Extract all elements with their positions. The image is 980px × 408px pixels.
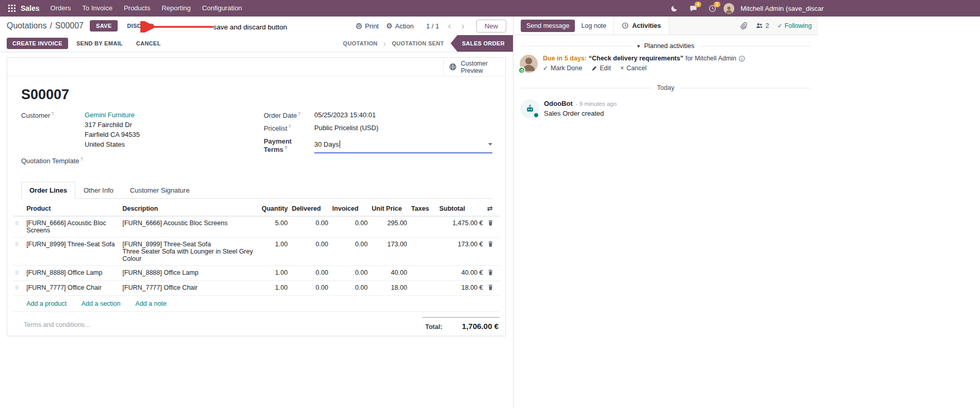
cell-description[interactable]: [FURN_6666] Acoustic Bloc Screens — [120, 216, 260, 238]
user-menu[interactable]: Mitchell Admin (save_discar — [737, 5, 976, 12]
app-name[interactable]: Sales — [20, 4, 45, 12]
following-button[interactable]: ✓ Following — [777, 22, 812, 29]
order-date-label: Order Date? — [264, 111, 314, 119]
optional-columns-icon[interactable]: ⇄ — [487, 205, 493, 212]
mark-done-button[interactable]: ✓ Mark Done — [543, 65, 582, 72]
add-note-link[interactable]: Add a note — [135, 300, 166, 307]
action-menu-button[interactable]: ⚙ Action — [386, 22, 414, 30]
log-note-button[interactable]: Log note — [581, 22, 606, 29]
stage-quotation-sent[interactable]: QUOTATION SENT — [385, 35, 451, 52]
attachments-icon[interactable] — [740, 22, 747, 29]
cell-description[interactable]: [FURN_7777] Office Chair — [120, 281, 260, 296]
user-avatar[interactable] — [724, 3, 734, 14]
col-description[interactable]: Description — [120, 201, 260, 216]
customer-link[interactable]: Gemini Furniture — [85, 111, 135, 119]
new-button[interactable]: New — [476, 20, 506, 33]
cancel-button[interactable]: CANCEL — [131, 38, 166, 49]
col-product[interactable]: Product — [24, 201, 120, 216]
cell-quantity[interactable]: 1.00 — [260, 266, 290, 281]
table-row[interactable]: ⠿ [FURN_8999] Three-Seat Sofa [FURN_8999… — [13, 238, 500, 266]
cell-product[interactable]: [FURN_6666] Acoustic Bloc Screens — [24, 216, 120, 238]
table-row[interactable]: ⠿ [FURN_8888] Office Lamp [FURN_8888] Of… — [13, 266, 500, 281]
col-subtotal[interactable]: Subtotal — [437, 201, 485, 216]
menu-orders[interactable]: Orders — [45, 0, 77, 17]
stage-sales-order[interactable]: SALES ORDER — [451, 35, 513, 52]
delete-row-icon[interactable] — [487, 269, 494, 276]
table-row[interactable]: ⠿ [FURN_7777] Office Chair [FURN_7777] O… — [13, 281, 500, 296]
cell-unit-price[interactable]: 173.00 — [369, 238, 409, 266]
cell-quantity[interactable]: 1.00 — [260, 238, 290, 266]
drag-handle-icon[interactable]: ⠿ — [15, 270, 19, 276]
order-date-field[interactable]: 05/25/2023 15:40:01 — [314, 111, 376, 119]
caret-down-icon: ▾ — [637, 43, 640, 50]
message-author[interactable]: OdooBot — [544, 100, 573, 107]
cell-description[interactable]: [FURN_8999] Three-Seat Sofa Three Seater… — [120, 238, 260, 266]
discard-button[interactable]: DISCARD — [122, 21, 159, 31]
dark-mode-moon-icon[interactable] — [667, 0, 682, 17]
add-product-link[interactable]: Add a product — [26, 300, 67, 307]
create-invoice-button[interactable]: CREATE INVOICE — [7, 38, 68, 49]
activity-user-avatar[interactable] — [520, 55, 538, 73]
stage-quotation[interactable]: QUOTATION — [336, 35, 384, 52]
send-by-email-button[interactable]: SEND BY EMAIL — [71, 38, 128, 49]
cell-product[interactable]: [FURN_8999] Three-Seat Sofa — [24, 238, 120, 266]
help-marker: ? — [284, 145, 287, 150]
delete-row-icon[interactable] — [487, 284, 494, 291]
followers-button[interactable]: 2 — [756, 22, 769, 29]
cell-quantity[interactable]: 5.00 — [260, 216, 290, 238]
col-invoiced[interactable]: Invoiced — [330, 201, 369, 216]
menu-configuration[interactable]: Configuration — [197, 0, 248, 17]
cell-taxes[interactable] — [409, 216, 437, 238]
followers-count: 2 — [765, 22, 769, 29]
menu-reporting[interactable]: Reporting — [156, 0, 196, 17]
menu-to-invoice[interactable]: To Invoice — [76, 0, 118, 17]
col-taxes[interactable]: Taxes — [409, 201, 437, 216]
print-button[interactable]: Print — [356, 22, 379, 30]
cell-product[interactable]: [FURN_8888] Office Lamp — [24, 266, 120, 281]
tab-other-info[interactable]: Other Info — [75, 182, 122, 199]
col-delivered[interactable]: Delivered — [290, 201, 330, 216]
tab-customer-signature[interactable]: Customer Signature — [122, 182, 198, 199]
cell-unit-price[interactable]: 18.00 — [369, 281, 409, 296]
cell-taxes[interactable] — [409, 266, 437, 281]
delete-row-icon[interactable] — [487, 241, 494, 247]
cell-quantity[interactable]: 1.00 — [260, 281, 290, 296]
odoobot-avatar[interactable] — [521, 100, 539, 118]
dropdown-caret-icon[interactable] — [488, 143, 492, 146]
cell-taxes[interactable] — [409, 238, 437, 266]
cancel-activity-button[interactable]: × Cancel — [620, 65, 647, 72]
drag-handle-icon[interactable]: ⠿ — [15, 285, 19, 291]
save-button[interactable]: SAVE — [90, 20, 118, 32]
menu-products[interactable]: Products — [118, 0, 156, 17]
check-icon: ✓ — [777, 22, 782, 29]
pager-prev-icon[interactable]: ‹ — [446, 21, 453, 30]
drag-handle-icon[interactable]: ⠿ — [15, 221, 19, 226]
cell-unit-price[interactable]: 295.00 — [369, 216, 409, 238]
payment-terms-input[interactable]: 30 Days — [314, 137, 492, 153]
edit-activity-button[interactable]: Edit — [591, 65, 611, 72]
cell-taxes[interactable] — [409, 281, 437, 296]
activities-tab[interactable]: Activities — [614, 17, 669, 35]
add-section-link[interactable]: Add a section — [82, 300, 121, 307]
apps-grid-icon[interactable] — [4, 0, 20, 17]
planned-activities-header[interactable]: ▾ Planned activities — [521, 42, 811, 50]
cell-description[interactable]: [FURN_8888] Office Lamp — [120, 266, 260, 281]
messages-icon[interactable]: 4 — [685, 0, 701, 17]
cell-product[interactable]: [FURN_7777] Office Chair — [24, 281, 120, 296]
tab-order-lines[interactable]: Order Lines — [21, 182, 75, 199]
info-icon[interactable] — [738, 55, 745, 62]
pricelist-field[interactable]: Public Pricelist (USD) — [314, 124, 378, 132]
chatter-topbar: Send message Log note Activities — [513, 17, 818, 35]
col-unit-price[interactable]: Unit Price — [369, 201, 409, 216]
col-quantity[interactable]: Quantity — [260, 201, 290, 216]
customer-preview-button[interactable]: Customer Preview — [443, 58, 505, 76]
pager-next-icon[interactable]: › — [460, 21, 466, 30]
activities-clock-icon[interactable]: 2 — [704, 0, 720, 17]
send-message-button[interactable]: Send message — [521, 20, 575, 32]
breadcrumb-quotations[interactable]: Quotations — [7, 21, 46, 30]
terms-placeholder[interactable]: Terms and conditions... — [24, 321, 90, 328]
delete-row-icon[interactable] — [487, 219, 494, 226]
cell-unit-price[interactable]: 40.00 — [369, 266, 409, 281]
drag-handle-icon[interactable]: ⠿ — [15, 242, 19, 247]
table-row[interactable]: ⠿ [FURN_6666] Acoustic Bloc Screens [FUR… — [13, 216, 500, 238]
